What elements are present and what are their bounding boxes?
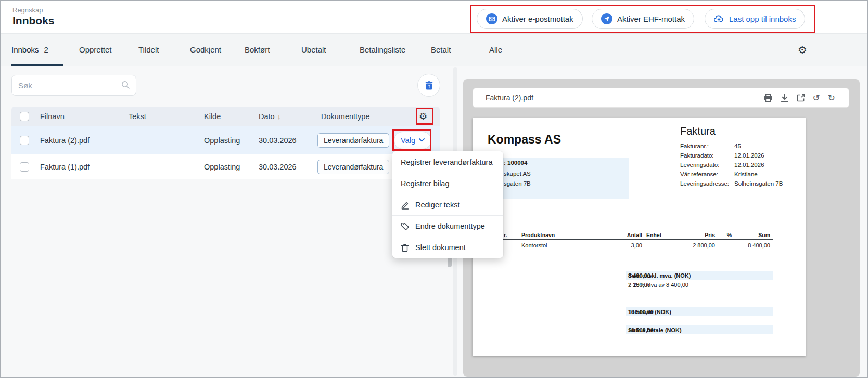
invoice-meta-label: Vår referanse: — [680, 171, 718, 177]
row-source: Opplasting — [204, 136, 240, 145]
menu-item-rediger-tekst[interactable]: Rediger tekst — [392, 194, 503, 215]
tab-settings-gear-icon[interactable]: ⚙ — [798, 45, 807, 55]
open-in-new-icon[interactable] — [797, 94, 805, 102]
print-icon[interactable] — [763, 94, 773, 102]
pdf-preview-panel: Faktura (2).pdf ↺ ↻ Kompass AS Faktura F… — [463, 79, 860, 377]
tabbar: Innboks 2 Opprettet Tildelt Godkjent Bok… — [1, 34, 867, 66]
row-checkbox[interactable] — [20, 136, 29, 145]
menu-item-endre-dokumenttype[interactable]: Endre dokumenttype — [392, 215, 503, 237]
app-header: Regnskap Innboks Aktiver e-postmottak Ak… — [1, 1, 867, 34]
invoice-doc-type: Faktura — [680, 125, 716, 137]
trash-restore-icon — [424, 81, 434, 90]
tab-alle[interactable]: Alle — [489, 34, 502, 66]
page-title: Innboks — [12, 15, 55, 27]
invoice-meta-label: Fakturanr.: — [680, 143, 709, 149]
tab-betalt[interactable]: Betalt — [431, 34, 451, 66]
column-tekst[interactable]: Tekst — [129, 112, 146, 121]
activate-ehf-label: Aktiver EHF-mottak — [617, 15, 685, 23]
pencil-icon — [401, 201, 410, 210]
email-icon — [486, 13, 497, 24]
invoice-total-row: Sum å betale (NOK) 10 500,00 — [626, 325, 773, 334]
table-header-row: Filnavn Tekst Kilde Dato↓ Dokumenttype ⚙ — [11, 107, 440, 126]
tab-ubetalt[interactable]: Ubetalt — [301, 34, 326, 66]
send-icon — [601, 13, 612, 24]
invoice-recipient-line: skapet AS — [504, 171, 531, 177]
menu-item-slett-dokument[interactable]: Slett dokument — [392, 237, 503, 258]
doctype-select[interactable]: Leverandørfaktura — [317, 133, 389, 148]
row-date: 30.03.2026 — [259, 163, 297, 171]
table-settings-gear-icon[interactable]: ⚙ — [419, 112, 427, 121]
search-icon — [121, 81, 130, 92]
invoice-recipient-line: : 100004 — [504, 160, 527, 166]
tab-innboks-badge: 2 — [44, 45, 48, 54]
valg-menu-button[interactable]: Valg — [394, 132, 431, 149]
column-dokumenttype[interactable]: Dokumenttype — [321, 112, 370, 121]
menu-item-registrer-leverandorfaktura[interactable]: Registrer leverandørfaktura — [392, 151, 503, 173]
invoice-meta-value: 12.01.2026 — [734, 162, 764, 168]
cloud-upload-icon — [714, 15, 724, 23]
search-input[interactable] — [11, 75, 136, 96]
rotate-left-icon[interactable]: ↺ — [813, 94, 820, 102]
preview-filename: Faktura (2).pdf — [486, 94, 763, 102]
sort-desc-icon: ↓ — [277, 113, 281, 121]
invoice-total-row: Totalsum (NOK) 10 500,00 — [626, 307, 773, 316]
invoice-line-sum: 8 400,00 — [748, 242, 770, 249]
tab-tildelt[interactable]: Tildelt — [138, 34, 159, 66]
row-source: Opplasting — [204, 163, 240, 171]
breadcrumb: Regnskap — [12, 6, 43, 14]
invoice-meta-label: Leveringsdato: — [680, 162, 719, 168]
app-window: Regnskap Innboks Aktiver e-postmottak Ak… — [0, 0, 868, 378]
preview-toolbar: Faktura (2).pdf ↺ ↻ — [473, 88, 849, 108]
invoice-line-qty: 3,00 — [631, 242, 642, 249]
tab-godkjent[interactable]: Godkjent — [190, 34, 221, 66]
invoice-total-row: Sum ekskl. mva. (NOK) 8 400,00 — [626, 271, 773, 280]
column-filnavn[interactable]: Filnavn — [40, 112, 65, 121]
doctype-select[interactable]: Leverandørfaktura — [317, 160, 389, 174]
activate-ehf-button[interactable]: Aktiver EHF-mottak — [592, 9, 694, 29]
tab-innboks[interactable]: Innboks 2 — [11, 34, 63, 66]
rotate-right-icon[interactable]: ↻ — [828, 94, 835, 102]
invoice-line-product: Kontorstol — [521, 242, 547, 249]
activate-email-label: Aktiver e-postmottak — [502, 15, 573, 23]
tab-opprettet[interactable]: Opprettet — [79, 34, 112, 66]
table-row[interactable]: Faktura (1).pdf Opplasting 30.03.2026 Le… — [11, 154, 440, 179]
invoice-meta-label: Fakturadato: — [680, 152, 714, 159]
invoice-meta-label: Leveringsadresse: — [680, 180, 729, 187]
row-date: 30.03.2026 — [259, 136, 297, 145]
row-checkbox[interactable] — [20, 162, 29, 172]
invoice-line-price: 2 800,00 — [693, 242, 715, 249]
column-dato[interactable]: Dato↓ — [259, 112, 280, 121]
column-kilde[interactable]: Kilde — [204, 112, 221, 121]
invoice-meta-value: Solheimsgaten 7B — [734, 180, 783, 187]
valg-context-menu: Registrer leverandørfaktura Registrer bi… — [392, 151, 503, 258]
invoice-meta-value: 45 — [734, 143, 741, 149]
tab-bokfort[interactable]: Bokført — [245, 34, 270, 66]
document-table: Filnavn Tekst Kilde Dato↓ Dokumenttype ⚙… — [11, 107, 440, 179]
activate-email-button[interactable]: Aktiver e-postmottak — [477, 9, 583, 29]
trash-icon — [401, 243, 410, 252]
invoice-line-table-header: r. Produktnavn Antall Enhet Pris % Sum — [473, 231, 773, 240]
row-filename: Faktura (1).pdf — [40, 163, 90, 171]
download-icon[interactable] — [781, 94, 789, 102]
table-row[interactable]: Faktura (2).pdf Opplasting 30.03.2026 Le… — [11, 126, 440, 154]
invoice-total-row: + 25% mva av 8 400,00 2 100,00 — [626, 280, 773, 289]
invoice-meta-value: Kristiane — [734, 171, 758, 177]
upload-to-inbox-label: Last opp til innboks — [729, 15, 796, 23]
invoice-company: Kompass AS — [488, 133, 561, 147]
row-filename: Faktura (2).pdf — [40, 136, 90, 145]
menu-item-registrer-bilag[interactable]: Registrer bilag — [392, 173, 503, 194]
restore-deleted-button[interactable] — [417, 74, 440, 97]
tag-icon — [401, 222, 410, 231]
pdf-page: Kompass AS Faktura Fakturanr.: 45 Faktur… — [473, 118, 806, 356]
upload-to-inbox-button[interactable]: Last opp til innboks — [705, 9, 805, 29]
tab-innboks-label: Innboks — [11, 45, 39, 54]
chevron-down-icon — [419, 138, 425, 142]
invoice-recipient-line: sgaten 7B — [504, 180, 531, 187]
select-all-checkbox[interactable] — [20, 112, 29, 121]
invoice-meta-value: 12.01.2026 — [734, 152, 764, 159]
tab-betalingsliste[interactable]: Betalingsliste — [360, 34, 405, 66]
